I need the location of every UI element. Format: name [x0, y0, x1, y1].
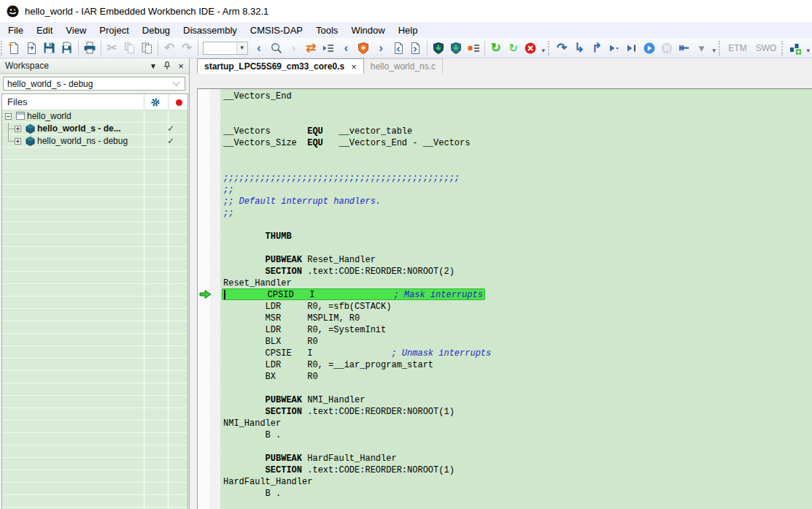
- toolbar-grip[interactable]: [1, 41, 5, 56]
- toggle-bookmark-button[interactable]: [355, 40, 372, 56]
- go-to-definition-button[interactable]: [320, 40, 337, 56]
- tab-hello_world_ns-c[interactable]: hello_world_ns.c: [364, 58, 443, 74]
- next-document-button[interactable]: [407, 40, 425, 56]
- break-stop-icon: [524, 42, 537, 55]
- tree-row-hello_world_ns-debug[interactable]: hello_world_ns - debug✓: [2, 135, 187, 148]
- files-header-label: Files: [7, 96, 27, 107]
- previous-bookmark-button[interactable]: ‹: [337, 40, 355, 56]
- run-to-cursor-button[interactable]: [623, 40, 641, 56]
- break-stop-button[interactable]: [522, 40, 539, 56]
- tree-row-empty: [2, 148, 187, 160]
- previous-document-button[interactable]: [390, 40, 407, 56]
- more-caret-button[interactable]: ▾: [692, 40, 710, 56]
- reload-button[interactable]: ↻: [504, 40, 522, 56]
- breakpoint-dot-icon: [176, 99, 182, 106]
- step-out-button[interactable]: ↱: [588, 40, 606, 56]
- next-statement-button[interactable]: [606, 40, 623, 56]
- toolbar-separator: [101, 41, 101, 56]
- tree-row-empty: [2, 210, 187, 222]
- files-column-header[interactable]: Files: [2, 94, 187, 110]
- tree-connector: [8, 129, 15, 129]
- code-line: [223, 114, 812, 126]
- menu-debug[interactable]: Debug: [136, 23, 177, 37]
- code-line: LDR R0, =SystemInit: [223, 324, 812, 336]
- tree-row-hello_world[interactable]: hello_world: [2, 110, 187, 123]
- toolbar-grip[interactable]: [719, 41, 723, 56]
- tree-row-hello_world_s-de-[interactable]: hello_world_s - de...✓: [2, 123, 187, 135]
- menu-project[interactable]: Project: [93, 23, 135, 37]
- save-icon: [43, 42, 55, 54]
- toolbar-grip[interactable]: [548, 41, 552, 56]
- tree-row-empty: [2, 334, 187, 346]
- title-bar: hello_world - IAR Embedded Workbench IDE…: [0, 0, 812, 22]
- new-file-button[interactable]: +: [6, 40, 23, 56]
- collapse-icon[interactable]: [5, 113, 12, 120]
- download-flash-button[interactable]: [430, 40, 447, 56]
- next-bookmark-button[interactable]: ›: [372, 40, 390, 56]
- menu-view[interactable]: View: [59, 23, 93, 37]
- toolbar-overflow-icon[interactable]: ▾: [804, 41, 812, 56]
- workspace-config-dropdown[interactable]: hello_world_s - debug: [3, 77, 185, 91]
- print-button[interactable]: [81, 40, 98, 56]
- code-keyword: SECTION: [266, 465, 302, 475]
- find-combo[interactable]: ▼: [203, 42, 248, 55]
- find-icon: [270, 42, 283, 55]
- tree-row-empty: [2, 495, 187, 508]
- tree-row-empty: [2, 272, 187, 284]
- find-button[interactable]: [268, 40, 285, 56]
- toolbar-overflow-icon[interactable]: ▾: [710, 41, 718, 56]
- menu-disassembly[interactable]: Disassembly: [177, 23, 244, 37]
- redo-button[interactable]: ↷: [178, 40, 196, 56]
- find-previous-button[interactable]: ‹: [250, 40, 268, 56]
- menu-window[interactable]: Window: [344, 23, 391, 37]
- code-line: __Vectors_Size EQU __Vectors_End - __Vec…: [223, 137, 812, 149]
- code-text: NMI_Handler: [302, 395, 365, 405]
- swo-button[interactable]: SWO: [751, 42, 781, 55]
- tree-row-empty: [2, 470, 187, 483]
- undo-button[interactable]: ↶: [161, 40, 178, 56]
- panel-menu-icon[interactable]: ▼: [147, 60, 159, 72]
- code-area[interactable]: __Vectors_End__Vectors EQU __vector_tabl…: [220, 89, 812, 509]
- edit-breakpoints-button[interactable]: [465, 40, 482, 56]
- stop-debugging-button[interactable]: ⇤: [676, 40, 693, 56]
- find-combo-input[interactable]: [204, 42, 236, 54]
- find-combo-dropdown-icon[interactable]: ▼: [236, 42, 247, 54]
- code-text: [223, 453, 266, 464]
- etm-button[interactable]: ETM: [724, 42, 751, 55]
- cut-button[interactable]: ✂: [104, 40, 121, 56]
- close-panel-icon[interactable]: ×: [175, 60, 187, 72]
- find-next-button[interactable]: ›: [285, 40, 303, 56]
- expand-icon[interactable]: [15, 126, 21, 132]
- close-tab-icon[interactable]: ×: [351, 61, 357, 72]
- step-into-button[interactable]: ↳: [571, 40, 588, 56]
- expand-icon[interactable]: [15, 138, 21, 145]
- menu-file[interactable]: File: [1, 23, 30, 37]
- save-all-icon: [61, 42, 74, 55]
- toggle-source-browser-button[interactable]: ⇄: [303, 40, 320, 56]
- pin-icon[interactable]: [161, 60, 173, 72]
- save-button[interactable]: [41, 40, 58, 56]
- menu-cmsis-dap[interactable]: CMSIS-DAP: [244, 23, 309, 37]
- open-file-button[interactable]: [23, 40, 41, 56]
- workspace-tree: hello_worldhello_world_s - de...✓hello_w…: [2, 110, 187, 509]
- column-separator: [144, 94, 144, 110]
- toolbar-overflow-icon[interactable]: ▾: [539, 41, 547, 56]
- menu-edit[interactable]: Edit: [30, 23, 59, 37]
- menu-help[interactable]: Help: [392, 23, 425, 37]
- download-active-flash-button[interactable]: [447, 40, 465, 56]
- code-line: Reset_Handler: [223, 278, 812, 289]
- paste-button[interactable]: [138, 40, 155, 56]
- break-button[interactable]: [658, 40, 676, 56]
- copy-button[interactable]: [120, 40, 138, 56]
- menu-tools[interactable]: Tools: [309, 23, 344, 37]
- reset-button[interactable]: ↻: [487, 40, 505, 56]
- save-all-button[interactable]: [58, 40, 76, 56]
- code-line: B .: [223, 429, 812, 441]
- redo-icon: ↷: [182, 42, 192, 54]
- tab-startup_LPC55S69_cm33_core0-s[interactable]: startup_LPC55S69_cm33_core0.s×: [197, 58, 364, 74]
- toolbar-grip[interactable]: [781, 41, 786, 56]
- go-button[interactable]: [641, 40, 658, 56]
- power-log-button[interactable]: [786, 40, 804, 56]
- step-over-button[interactable]: ↷: [553, 40, 571, 56]
- tree-row-empty: [2, 383, 187, 396]
